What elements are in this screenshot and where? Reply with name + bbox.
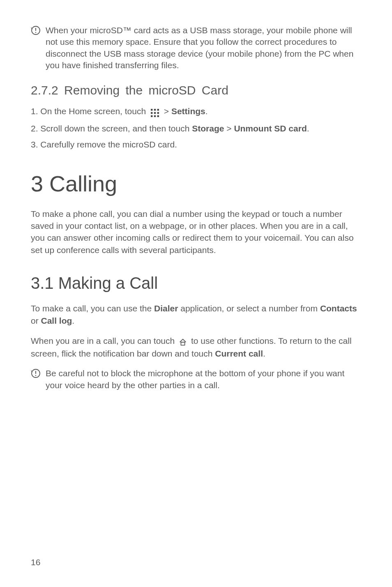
p1-end: . (72, 316, 74, 325)
p1-calllog-bold: Call log (41, 316, 72, 325)
note-block-usb: When your microSD™ card acts as a USB ma… (31, 25, 361, 71)
p2-before: When you are in a call, you can touch (31, 336, 177, 345)
note-text-usb: When your microSD™ card acts as a USB ma… (46, 25, 361, 71)
step-1: 1. On the Home screen, touch > Settings. (31, 105, 361, 118)
p1-mid: application, or select a number from (178, 304, 320, 313)
step1-settings-bold: Settings (171, 106, 205, 116)
heading-3-calling: 3 Calling (31, 171, 361, 196)
caution-icon (31, 368, 41, 380)
step1-end: . (205, 106, 208, 116)
p1-before: To make a call, you can use the (31, 304, 154, 313)
apps-grid-icon (151, 106, 159, 119)
step-2: 2. Scroll down the screen, and then touc… (31, 122, 361, 135)
heading-31-making-call: 3.1 Making a Call (31, 274, 361, 292)
note-text-microphone: Be careful not to block the microphone a… (46, 368, 361, 391)
svg-rect-11 (154, 115, 156, 117)
p1-contacts-bold: Contacts (320, 304, 357, 313)
p2-currentcall-bold: Current call (215, 349, 263, 358)
svg-rect-4 (151, 109, 152, 110)
caution-icon (31, 25, 41, 37)
svg-rect-5 (154, 109, 156, 110)
p2-end: . (263, 349, 265, 358)
svg-rect-6 (157, 109, 159, 110)
page-number: 16 (31, 557, 40, 567)
making-call-p2: When you are in a call, you can touch to… (31, 335, 361, 360)
svg-point-2 (35, 32, 36, 33)
svg-rect-9 (157, 112, 159, 113)
p1-dialer-bold: Dialer (154, 304, 178, 313)
svg-rect-13 (181, 342, 184, 345)
svg-line-17 (31, 371, 32, 372)
step2-text-before: 2. Scroll down the screen, and then touc… (31, 124, 192, 133)
step-3: 3. Carefully remove the microSD card. (31, 138, 361, 151)
svg-line-3 (31, 28, 32, 29)
making-call-p1: To make a call, you can use the Dialer a… (31, 302, 361, 327)
svg-point-16 (35, 375, 36, 376)
note-block-microphone: Be careful not to block the microphone a… (31, 368, 361, 391)
svg-rect-7 (151, 112, 152, 113)
p1-mid2: or (31, 316, 41, 325)
svg-rect-8 (154, 112, 156, 113)
step2-storage-bold: Storage (192, 124, 224, 133)
svg-rect-12 (157, 115, 159, 117)
heading-272: 2.7.2 Removing the microSD Card (31, 83, 361, 97)
step2-unmount-bold: Unmount SD card (234, 124, 307, 133)
calling-intro: To make a phone call, you can dial a num… (31, 208, 361, 256)
step1-text-after: > (161, 106, 171, 116)
svg-rect-10 (151, 115, 152, 117)
step2-end: . (307, 124, 309, 133)
step2-mid: > (224, 124, 234, 133)
step1-text-before: 1. On the Home screen, touch (31, 106, 148, 116)
home-icon (178, 336, 187, 348)
